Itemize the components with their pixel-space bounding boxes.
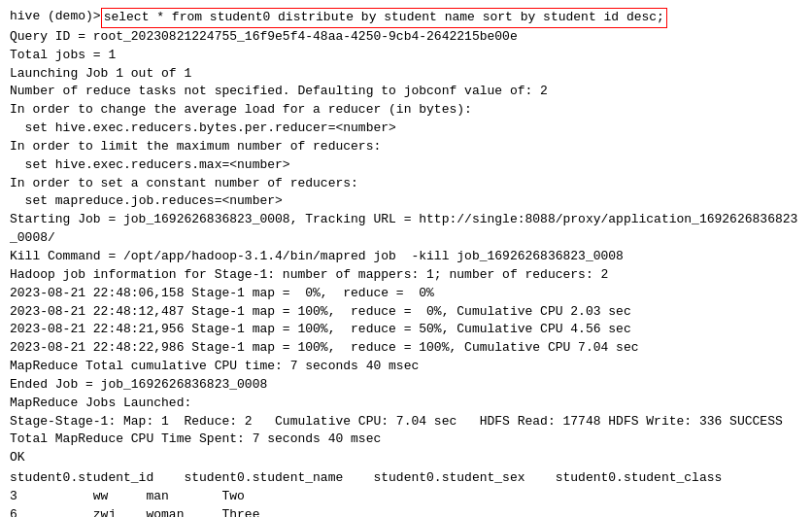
output-line-1: Total jobs = 1 xyxy=(10,47,802,65)
output-line-0: Query ID = root_20230821224755_16f9e5f4-… xyxy=(10,28,802,47)
output-line-20: Stage-Stage-1: Map: 1 Reduce: 2 Cumulati… xyxy=(10,413,802,431)
output-block: Query ID = root_20230821224755_16f9e5f4-… xyxy=(10,28,802,467)
output-line-14: 2023-08-21 22:48:12,487 Stage-1 map = 10… xyxy=(10,303,802,322)
output-line-12: Hadoop job information for Stage-1: numb… xyxy=(10,266,802,285)
output-line-19: MapReduce Jobs Launched: xyxy=(10,395,802,413)
terminal-window: hive (demo)> select * from student0 dist… xyxy=(10,8,802,517)
output-line-9: set mapreduce.job.reduces=<number> xyxy=(10,192,802,211)
output-line-3: Number of reduce tasks not specified. De… xyxy=(10,83,802,101)
output-line-5: set hive.exec.reducers.bytes.per.reducer… xyxy=(10,120,802,138)
results-table: student0.student_id student0.student_nam… xyxy=(10,469,802,517)
output-line-6: In order to limit the maximum number of … xyxy=(10,138,802,156)
output-line-7: set hive.exec.reducers.max=<number> xyxy=(10,156,802,175)
prompt-label: hive (demo)> xyxy=(10,8,101,26)
output-line-17: MapReduce Total cumulative CPU time: 7 s… xyxy=(10,358,802,376)
command-line: hive (demo)> select * from student0 dist… xyxy=(10,8,802,28)
command-input[interactable]: select * from student0 distribute by stu… xyxy=(101,8,667,28)
output-line-11: Kill Command = /opt/app/hadoop-3.1.4/bin… xyxy=(10,248,802,266)
output-line-10: Starting Job = job_1692626836823_0008, T… xyxy=(10,211,802,248)
output-line-22: OK xyxy=(10,449,802,467)
output-line-2: Launching Job 1 out of 1 xyxy=(10,65,802,84)
result-row-2: 6 zwj woman Three xyxy=(10,506,802,517)
output-line-18: Ended Job = job_1692626836823_0008 xyxy=(10,376,802,395)
output-line-4: In order to change the average load for … xyxy=(10,101,802,120)
output-line-21: Total MapReduce CPU Time Spent: 7 second… xyxy=(10,431,802,449)
output-line-15: 2023-08-21 22:48:21,956 Stage-1 map = 10… xyxy=(10,321,802,339)
output-line-16: 2023-08-21 22:48:22,986 Stage-1 map = 10… xyxy=(10,339,802,358)
output-line-13: 2023-08-21 22:48:06,158 Stage-1 map = 0%… xyxy=(10,285,802,303)
output-line-8: In order to set a constant number of red… xyxy=(10,175,802,193)
result-header: student0.student_id student0.student_nam… xyxy=(10,469,802,488)
result-row-1: 3 ww man Two xyxy=(10,488,802,506)
